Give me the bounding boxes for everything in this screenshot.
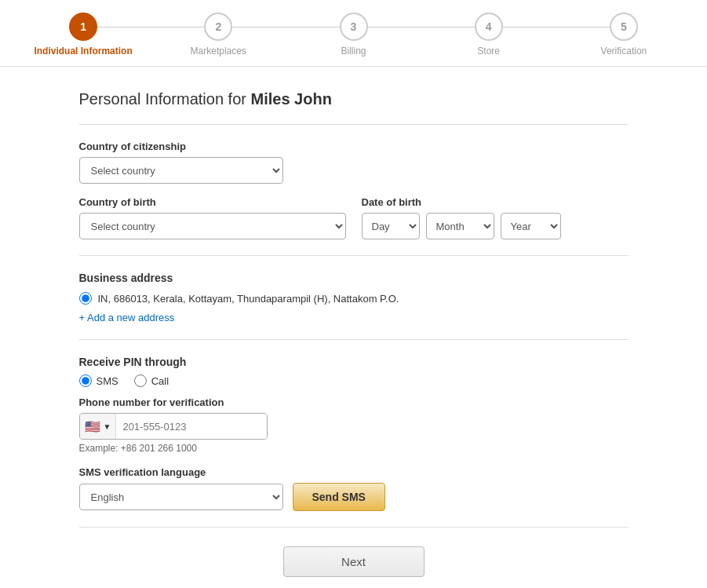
flag-dropdown-arrow: ▼: [104, 422, 111, 431]
step-circle-5: 5: [610, 13, 638, 41]
year-select[interactable]: Year: [501, 213, 561, 239]
phone-flag-select[interactable]: 🇺🇸 ▼: [80, 414, 117, 439]
step-circle-2: 2: [204, 13, 232, 41]
phone-input-row: 🇺🇸 ▼: [79, 413, 268, 440]
next-button[interactable]: Next: [283, 546, 425, 577]
send-sms-button[interactable]: Send SMS: [293, 483, 385, 511]
step-label-3: Billing: [341, 46, 366, 57]
receive-pin-label: Receive PIN through: [79, 356, 629, 368]
step-label-2: Marketplaces: [191, 46, 246, 57]
address-text: IN, 686013, Kerala, Kottayam, Thundapara…: [98, 293, 399, 305]
step-verification: 5 Verification: [556, 13, 691, 57]
receive-pin-group: Receive PIN through SMS Call Phone numbe…: [79, 356, 629, 454]
business-address-title: Business address: [79, 272, 629, 284]
flag-emoji: 🇺🇸: [85, 419, 100, 434]
call-label: Call: [151, 375, 169, 387]
phone-number-input[interactable]: [116, 414, 266, 439]
date-row: Day Month Year: [362, 213, 629, 239]
country-citizenship-label: Country of citizenship: [79, 141, 629, 152]
stepper: 1 Individual Information 2 Marketplaces …: [0, 0, 707, 67]
call-radio-item[interactable]: Call: [134, 374, 169, 387]
page-title: Personal Information for Miles John: [79, 90, 629, 108]
phone-number-label: Phone number for verification: [79, 396, 629, 408]
user-name: Miles John: [251, 90, 332, 108]
country-citizenship-group: Country of citizenship Select country: [79, 141, 629, 184]
divider-bottom: [79, 527, 629, 528]
step-billing: 3 Billing: [286, 13, 421, 57]
divider-pin: [79, 339, 629, 340]
country-birth-select[interactable]: Select country: [79, 213, 346, 239]
main-content: Personal Information for Miles John Coun…: [64, 67, 644, 588]
month-select[interactable]: Month: [426, 213, 494, 239]
day-select[interactable]: Day: [362, 213, 420, 239]
step-store: 4 Store: [421, 13, 556, 57]
step-circle-3: 3: [340, 13, 368, 41]
step-label-4: Store: [477, 46, 500, 57]
step-marketplaces: 2 Marketplaces: [151, 13, 286, 57]
pin-radio-group: SMS Call: [79, 374, 629, 387]
sms-radio[interactable]: [79, 374, 92, 387]
country-birth-label: Country of birth: [79, 196, 346, 208]
country-birth-col: Country of birth Select country: [79, 196, 346, 239]
call-radio[interactable]: [134, 374, 147, 387]
sms-radio-item[interactable]: SMS: [79, 374, 118, 387]
sms-language-select[interactable]: English: [79, 484, 283, 510]
phone-example: Example: +86 201 266 1000: [79, 443, 629, 454]
business-address-group: Business address IN, 686013, Kerala, Kot…: [79, 272, 629, 323]
step-circle-4: 4: [475, 13, 503, 41]
sms-label: SMS: [97, 375, 118, 387]
divider-top: [79, 124, 629, 125]
add-address-link[interactable]: + Add a new address: [79, 312, 175, 323]
step-circle-1: 1: [69, 13, 97, 41]
step-label-1: Individual Information: [34, 46, 132, 57]
address-radio[interactable]: [79, 292, 92, 305]
date-of-birth-col: Date of birth Day Month Year: [362, 196, 629, 239]
birth-row: Country of birth Select country Date of …: [79, 196, 629, 239]
step-label-5: Verification: [601, 46, 647, 57]
address-radio-row: IN, 686013, Kerala, Kottayam, Thundapara…: [79, 292, 629, 305]
country-citizenship-select[interactable]: Select country: [79, 157, 283, 184]
sms-lang-row: English Send SMS: [79, 483, 629, 511]
sms-language-label: SMS verification language: [79, 466, 629, 478]
sms-language-group: SMS verification language English Send S…: [79, 466, 629, 511]
step-individual-information: 1 Individual Information: [16, 13, 151, 57]
date-of-birth-label: Date of birth: [362, 196, 629, 208]
next-btn-area: Next: [79, 546, 629, 577]
divider-middle: [79, 255, 629, 256]
